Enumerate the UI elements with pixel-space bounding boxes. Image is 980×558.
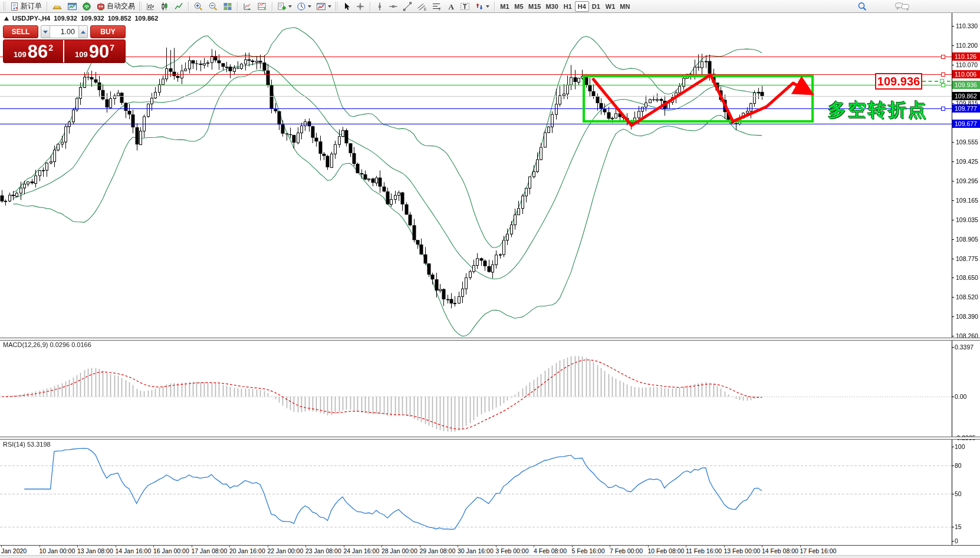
line-chart-button[interactable]	[172, 1, 185, 12]
toolbar-grip[interactable]	[4, 2, 6, 11]
toolbar-grip[interactable]	[336, 2, 338, 11]
dropdown-caret	[308, 5, 311, 8]
text-label-tool[interactable]: T	[458, 1, 472, 12]
channel-icon: E	[417, 2, 427, 11]
new-order-button[interactable]: 新订单	[8, 1, 44, 12]
add-indicator-button[interactable]	[275, 1, 294, 12]
price-axis-border	[952, 13, 952, 545]
sell-price[interactable]: 109 86 2	[4, 40, 64, 62]
vertical-line-tool[interactable]	[373, 1, 386, 12]
search-icon	[857, 2, 867, 11]
ohlc-close: 109.862	[135, 15, 159, 22]
market-watch-button[interactable]	[50, 1, 64, 12]
timeframe-button-m15[interactable]: M15	[526, 1, 543, 12]
timeframe-button-mn[interactable]: MN	[617, 1, 632, 12]
timeframe-button-h4[interactable]: H4	[575, 1, 589, 12]
zoom-in-button[interactable]	[192, 1, 205, 12]
svg-text:A: A	[448, 2, 454, 11]
data-window-button[interactable]	[241, 1, 254, 12]
text-label-icon: T	[460, 2, 470, 11]
buy-price-prefix: 109	[75, 50, 88, 59]
candlestick-chart-button[interactable]	[158, 1, 171, 12]
ohlc-low: 109.852	[108, 15, 131, 22]
community-button[interactable]	[893, 1, 912, 12]
trendline-tool[interactable]	[401, 1, 414, 12]
zoom-out-icon	[208, 2, 218, 11]
rsi-label: RSI(14) 53.3198	[3, 441, 51, 448]
chat-bubbles-icon	[895, 2, 910, 11]
sell-price-big: 86	[28, 43, 48, 61]
dropdown-caret	[486, 5, 489, 8]
trendline-icon	[403, 2, 412, 11]
timeframe-button-m1[interactable]: M1	[498, 1, 512, 12]
pane-splitter[interactable]	[0, 338, 980, 341]
indicator-window-icon	[257, 2, 267, 11]
spinner-up-icon	[81, 31, 85, 34]
volume-increase-button[interactable]	[78, 26, 87, 38]
zoom-out-button[interactable]	[206, 1, 220, 12]
timeframe-group: M1M5M15M30H1H4D1W1MN	[498, 1, 632, 12]
buy-button[interactable]: BUY	[90, 25, 126, 38]
main-toolbar: 新订单 自动交易 E F A T	[0, 0, 980, 13]
ohlc-high: 109.932	[81, 15, 104, 22]
equidistant-channel-tool[interactable]: E	[415, 1, 429, 12]
svg-text:E: E	[424, 6, 427, 11]
template-button[interactable]	[314, 1, 333, 12]
search-button[interactable]	[856, 1, 869, 12]
symbol-collapse-icon[interactable]	[4, 16, 9, 21]
text-tool[interactable]: A	[445, 1, 457, 12]
new-order-icon	[10, 2, 19, 11]
bar-chart-button[interactable]	[144, 1, 157, 12]
cursor-tool-button[interactable]	[340, 1, 353, 12]
volume-input[interactable]: 1.00	[50, 26, 78, 38]
timeframe-button-w1[interactable]: W1	[603, 1, 618, 12]
callout-connector-handle[interactable]	[940, 79, 944, 83]
timeframe-button-m30[interactable]: M30	[543, 1, 560, 12]
text-icon: A	[447, 2, 455, 11]
cursor-icon	[343, 2, 351, 11]
dropdown-caret	[288, 5, 292, 8]
fibonacci-tool[interactable]: F	[430, 1, 443, 12]
autotrading-label: 自动交易	[107, 1, 135, 11]
horizontal-line-tool[interactable]	[387, 1, 400, 12]
charts-window-button[interactable]	[65, 1, 79, 12]
tile-windows-button[interactable]	[221, 1, 234, 12]
sell-button[interactable]: SELL	[3, 25, 38, 38]
arrows-tool[interactable]	[473, 1, 491, 12]
crosshair-tool-button[interactable]	[354, 1, 367, 12]
dropdown-caret	[328, 5, 331, 8]
timeframe-button-d1[interactable]: D1	[589, 1, 603, 12]
one-click-trading-panel: SELL 1.00 BUY 109 86 2 109 90 7	[3, 25, 126, 63]
autotrading-icon	[96, 2, 106, 11]
price-callout[interactable]: 109.936	[875, 73, 922, 90]
buy-price-sup: 7	[110, 43, 114, 52]
template-icon	[316, 2, 326, 11]
toolbar-grip[interactable]	[139, 2, 142, 11]
symbol-info: USDJPY-,H4 109.932 109.932 109.852 109.8…	[4, 15, 158, 22]
sell-price-prefix: 109	[14, 50, 27, 59]
ohlc-open: 109.932	[54, 15, 77, 22]
crosshair-icon	[356, 2, 365, 11]
timeframe-button-h1[interactable]: H1	[561, 1, 575, 12]
chinese-note-annotation[interactable]: 多空转折点	[828, 98, 928, 123]
clock-icon	[297, 2, 306, 11]
bar-chart-icon	[146, 2, 155, 11]
autotrading-button[interactable]: 自动交易	[94, 1, 137, 12]
sell-price-sup: 2	[48, 43, 53, 52]
period-button[interactable]	[295, 1, 313, 12]
mt4-window: 新订单 自动交易 E F A T	[0, 0, 980, 558]
indicator-window-button[interactable]	[255, 1, 269, 12]
signals-button[interactable]	[80, 1, 93, 12]
volume-decrease-button[interactable]	[41, 26, 50, 38]
zoom-in-icon	[193, 2, 203, 11]
vertical-line-icon	[376, 2, 384, 11]
line-chart-icon	[174, 2, 183, 11]
candlestick-chart-icon	[160, 2, 169, 11]
zigzag-arrow-annotation[interactable]	[0, 0, 980, 558]
horizontal-line-icon	[389, 2, 398, 11]
symbol-period-label: USDJPY-,H4	[12, 15, 50, 22]
add-indicator-icon	[277, 2, 287, 11]
pane-splitter[interactable]	[0, 437, 980, 440]
timeframe-button-m5[interactable]: M5	[512, 1, 526, 12]
buy-price[interactable]: 109 90 7	[64, 40, 125, 62]
